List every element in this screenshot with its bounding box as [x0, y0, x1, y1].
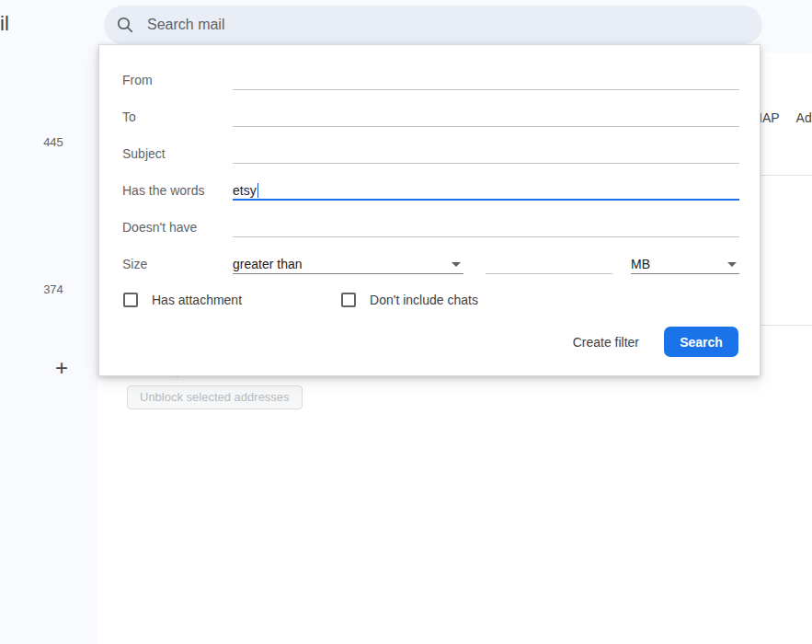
- has-attachment-checkbox[interactable]: [123, 293, 138, 307]
- search-input[interactable]: [147, 17, 625, 33]
- size-comparator-select[interactable]: greater than: [233, 255, 463, 274]
- settings-tab-imap[interactable]: IAP: [759, 110, 780, 125]
- size-amount-input[interactable]: [486, 255, 612, 274]
- size-label: Size: [122, 255, 147, 274]
- text-cursor: [257, 183, 259, 198]
- search-filter-panel: From To Subject Has the words etsy Doesn…: [98, 44, 761, 376]
- to-input[interactable]: [233, 108, 739, 127]
- sidebar-unread-count-top: 445: [35, 135, 72, 149]
- from-input[interactable]: [233, 71, 739, 90]
- checkbox-row: Has attachment Don't include chats: [123, 292, 478, 308]
- has-attachment-label: Has attachment: [152, 293, 242, 307]
- has-words-input[interactable]: etsy: [233, 181, 739, 201]
- doesnt-have-input[interactable]: [233, 218, 739, 237]
- chevron-down-icon: [727, 262, 737, 267]
- no-chats-checkbox[interactable]: [341, 293, 356, 307]
- has-words-label: Has the words: [122, 181, 204, 201]
- chevron-down-icon: [452, 262, 461, 267]
- from-label: From: [122, 71, 153, 90]
- subject-label: Subject: [122, 144, 166, 164]
- doesnt-have-label: Doesn't have: [122, 218, 197, 237]
- panel-buttons: Create filter Search: [571, 327, 738, 357]
- size-unit-select[interactable]: MB: [631, 255, 739, 274]
- search-button[interactable]: Search: [664, 327, 738, 357]
- plus-icon[interactable]: +: [55, 355, 68, 381]
- search-icon: [116, 16, 134, 34]
- to-label: To: [122, 108, 136, 127]
- search-bar[interactable]: [104, 6, 762, 44]
- settings-tab-addons[interactable]: Ad: [796, 110, 812, 125]
- no-chats-label: Don't include chats: [370, 293, 478, 307]
- subject-input[interactable]: [233, 144, 739, 164]
- left-sidebar: il 445 374 +: [0, 0, 97, 644]
- settings-tabs: IAP Ad: [759, 110, 812, 125]
- create-filter-button[interactable]: Create filter: [571, 335, 641, 350]
- unblock-selected-button[interactable]: Unblock selected addresses: [127, 385, 303, 409]
- app-logo-text: il: [0, 12, 9, 36]
- sidebar-unread-count-bottom: 374: [35, 282, 72, 296]
